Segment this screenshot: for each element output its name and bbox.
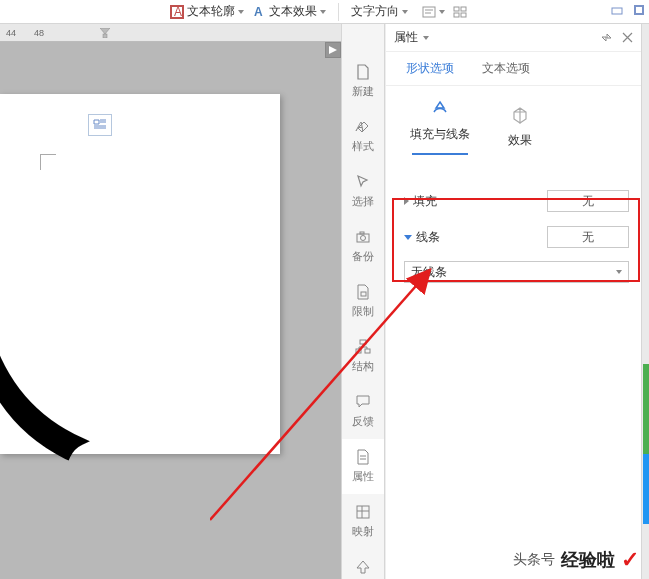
dropdown-icon [439,10,445,14]
main-area: 44 48 人 新建 A样式 选择 备份 限制 结构 反馈 属性 映射 分享 属… [0,24,649,579]
checkmark-icon: ✓ [621,547,639,573]
svg-rect-3 [423,7,435,17]
sidebar-item-share[interactable]: 分享 [342,549,384,579]
dropdown-icon [402,10,408,14]
caret-down-icon [404,235,412,240]
svg-rect-14 [103,34,107,38]
svg-rect-22 [365,349,370,353]
sidebar-item-mapping[interactable]: 映射 [342,494,384,549]
sidebar-item-restrict[interactable]: 限制 [342,274,384,329]
svg-text:A: A [174,5,182,19]
text-direction-button[interactable]: 文字方向 [351,3,408,20]
document-canvas-area: 44 48 人 [0,24,341,579]
sidebar-item-properties[interactable]: 属性 [342,439,384,494]
select-icon [355,174,371,190]
sidebar-item-backup[interactable]: 备份 [342,219,384,274]
sidebar-item-style[interactable]: A样式 [342,109,384,164]
fill-line-icon [430,100,450,120]
dropdown-icon [616,270,622,274]
tab-shape-options[interactable]: 形状选项 [406,52,454,85]
share-icon [355,559,371,575]
line-value-button[interactable]: 无 [547,226,629,248]
extra-button-1[interactable] [422,6,445,18]
text-effect-icon: A [252,5,266,19]
panel-tabs: 形状选项 文本选项 [386,52,641,86]
fill-value-button[interactable]: 无 [547,190,629,212]
right-scrollbar[interactable] [641,24,649,579]
svg-rect-12 [636,7,642,13]
file-icon [355,64,371,80]
svg-rect-8 [454,13,459,17]
properties-file-icon [355,449,371,465]
vertical-icon-bar: 新建 A样式 选择 备份 限制 结构 反馈 属性 映射 分享 [341,24,385,579]
dropdown-icon [423,36,429,40]
minimize-panel-icon[interactable] [611,4,623,16]
ruler-end-icon[interactable] [325,42,341,58]
scroll-marker-blue [643,454,649,524]
properties-panel: 属性 形状选项 文本选项 填充与线条 效果 填充 无 [385,24,641,579]
line-style-combo[interactable]: 无线条 [404,261,629,283]
panel-header: 属性 [386,24,641,52]
svg-rect-21 [356,349,361,353]
panel-subtabs: 填充与线条 效果 [386,86,641,165]
dropdown-icon [320,10,326,14]
mapping-icon [355,504,371,520]
horizontal-ruler[interactable]: 44 48 [0,24,341,42]
text-outline-icon: A [170,5,184,19]
svg-rect-7 [461,7,466,11]
subtab-effects[interactable]: 效果 [508,106,532,149]
active-underline [412,153,468,155]
dropdown-icon [238,10,244,14]
sidebar-item-structure[interactable]: 结构 [342,329,384,384]
ruler-tick: 48 [34,28,44,38]
camera-icon [355,229,371,245]
text-effect-label: 文本效果 [269,3,317,20]
document-page[interactable]: 人 [0,94,280,454]
svg-point-17 [361,236,366,241]
scroll-marker-green [643,364,649,454]
caret-right-icon [404,197,409,205]
separator [338,3,339,21]
effects-icon [510,106,530,126]
option-rows: 填充 无 线条 无 [386,165,641,255]
svg-rect-6 [454,7,459,11]
text-outline-button[interactable]: A 文本轮廓 [170,3,244,20]
combo-value: 无线条 [411,264,447,281]
style-icon: A [355,119,371,135]
window-controls [611,4,645,16]
watermark-brand: 经验啦 [561,548,615,572]
svg-rect-10 [612,8,622,14]
collapse-icon[interactable] [601,32,612,43]
textbox-icon [422,6,436,18]
extra-button-2[interactable] [453,6,467,18]
close-icon[interactable] [622,32,633,43]
watermark-head: 头条号 [513,551,555,569]
watermark: 头条号 经验啦 ✓ [513,547,639,573]
svg-rect-19 [361,292,366,296]
ruler-marker-icon[interactable] [100,27,110,37]
text-direction-label: 文字方向 [351,3,399,20]
svg-rect-9 [461,13,466,17]
svg-rect-18 [360,232,364,234]
svg-text:A: A [254,5,263,19]
svg-marker-13 [100,28,110,34]
tab-text-options[interactable]: 文本选项 [482,52,530,85]
panel-title[interactable]: 属性 [394,29,429,46]
subtab-fill-line[interactable]: 填充与线条 [410,100,470,155]
chat-icon [355,394,371,410]
sidebar-item-feedback[interactable]: 反馈 [342,384,384,439]
line-row: 线条 无 [404,219,629,255]
layout-options-icon [93,119,107,131]
fill-label[interactable]: 填充 [404,193,437,210]
sidebar-item-select[interactable]: 选择 [342,164,384,219]
svg-rect-23 [357,506,369,518]
ruler-tick: 44 [6,28,16,38]
glyph-character: 人 [0,184,90,508]
line-label[interactable]: 线条 [404,229,440,246]
layout-options-button[interactable] [88,114,112,136]
lock-file-icon [355,284,371,300]
expand-panel-icon[interactable] [633,4,645,16]
grid-icon [453,6,467,18]
text-effect-button[interactable]: A 文本效果 [252,3,326,20]
sidebar-item-new[interactable]: 新建 [342,54,384,109]
